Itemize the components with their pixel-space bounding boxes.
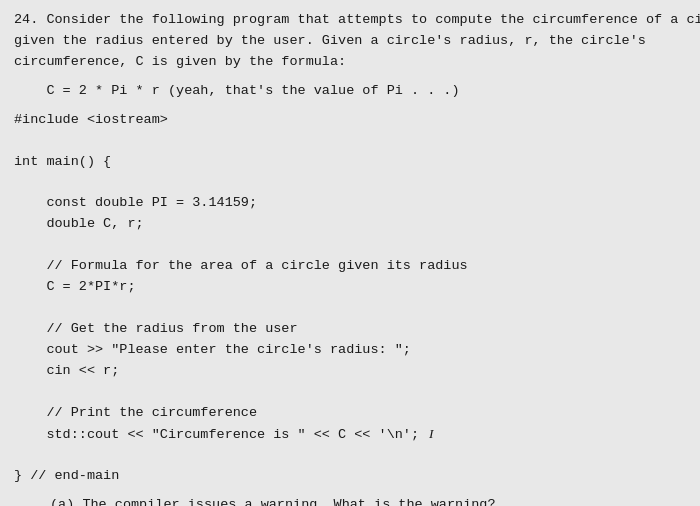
intro-line3: circumference, C is given by the formula… <box>14 52 686 73</box>
formula-code: C = 2*PI*r; <box>14 277 686 298</box>
std-line: std::cout << "Circumference is " << C <<… <box>14 424 686 446</box>
main-close: } // end-main <box>14 466 686 487</box>
blank4 <box>14 235 686 256</box>
intro-line2: given the radius entered by the user. Gi… <box>14 31 686 52</box>
double-line: double C, r; <box>14 214 686 235</box>
formula-line: C = 2 * Pi * r (yeah, that's the value o… <box>14 81 686 102</box>
cout-line: cout >> "Please enter the circle's radiu… <box>14 340 686 361</box>
questions-block: (a) The compiler issues a warning. What … <box>14 495 686 506</box>
blank5 <box>14 298 686 319</box>
main-open: int main() { <box>14 152 686 173</box>
comment-formula: // Formula for the area of a circle give… <box>14 256 686 277</box>
comment-print: // Print the circumference <box>14 403 686 424</box>
blank2 <box>14 131 686 152</box>
blank6 <box>14 382 686 403</box>
page-content: 24. Consider the following program that … <box>0 0 700 506</box>
code-section: #include <iostream> int main() { const d… <box>14 110 686 488</box>
intro-line1: 24. Consider the following program that … <box>14 10 686 31</box>
intro-block: 24. Consider the following program that … <box>14 10 686 73</box>
const-line: const double PI = 3.14159; <box>14 193 686 214</box>
include-line: #include <iostream> <box>14 110 686 131</box>
cin-line: cin << r; <box>14 361 686 382</box>
formula-display: C = 2 * Pi * r (yeah, that's the value o… <box>14 81 686 102</box>
question-a: (a) The compiler issues a warning. What … <box>50 495 686 506</box>
blank7 <box>14 445 686 466</box>
blank3 <box>14 172 686 193</box>
comment-radius: // Get the radius from the user <box>14 319 686 340</box>
